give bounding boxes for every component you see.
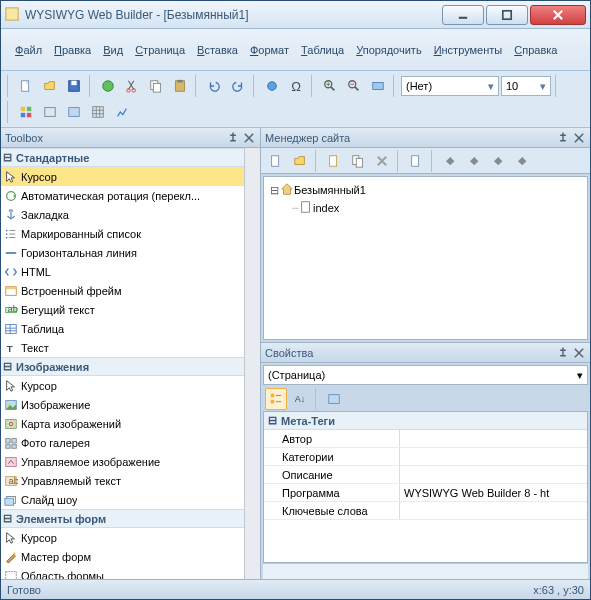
alphabetical-button[interactable]: A↓ (289, 388, 311, 410)
tool-4[interactable] (87, 101, 109, 123)
page-props-button[interactable] (323, 388, 345, 410)
prop-group[interactable]: ⊟Мета-Теги (264, 412, 587, 430)
prev-button[interactable]: ◆ (439, 150, 461, 172)
site-root-node[interactable]: ⊟ Безымянный1 (268, 181, 583, 199)
text-icon: T (3, 340, 19, 356)
page-button[interactable] (97, 75, 119, 97)
menu-упорядочить[interactable]: Упорядочить (350, 41, 427, 59)
property-row[interactable]: Автор (264, 430, 587, 448)
toolbox-item[interactable]: Курсор (1, 167, 244, 186)
copy-button[interactable] (145, 75, 167, 97)
toolbox-item[interactable]: Управляемое изображение (1, 452, 244, 471)
close-icon[interactable] (572, 131, 586, 145)
properties-header: Свойства (261, 343, 590, 363)
svg-rect-22 (21, 107, 25, 111)
toolbox-item[interactable]: Горизонтальная линия (1, 243, 244, 262)
minimize-button[interactable] (442, 5, 484, 25)
toolbox-item[interactable]: Слайд шоу (1, 490, 244, 509)
menu-файл[interactable]: Файл (9, 41, 48, 59)
toolbox-group[interactable]: ⊟Изображения (1, 357, 244, 376)
toolbox-item[interactable]: Изображение (1, 395, 244, 414)
style-combo[interactable]: (Нет)▾ (401, 76, 499, 96)
undo-button[interactable] (203, 75, 225, 97)
toolbox-item[interactable]: Автоматическая ротация (перекл... (1, 186, 244, 205)
toolbox-item[interactable]: abБегущий текст (1, 300, 244, 319)
toolbox-item[interactable]: Маркированный список (1, 224, 244, 243)
new-button[interactable] (15, 75, 37, 97)
save-button[interactable] (63, 75, 85, 97)
cut-button[interactable] (121, 75, 143, 97)
folder-button[interactable] (289, 150, 311, 172)
toolbox-item[interactable]: HTML (1, 262, 244, 281)
props-button[interactable] (405, 150, 427, 172)
prop-value[interactable] (400, 502, 587, 519)
svg-line-15 (331, 87, 335, 91)
link-button[interactable] (261, 75, 283, 97)
menu-вставка[interactable]: Вставка (191, 41, 244, 59)
maximize-button[interactable] (486, 5, 528, 25)
menu-таблица[interactable]: Таблица (295, 41, 350, 59)
menu-правка[interactable]: Правка (48, 41, 97, 59)
zoom-out-button[interactable] (343, 75, 365, 97)
toolbox-item[interactable]: Курсор (1, 528, 244, 547)
open-button[interactable] (39, 75, 61, 97)
copy-page-button[interactable] (347, 150, 369, 172)
site-child-node[interactable]: ┈ index (268, 199, 583, 217)
toolbox-group[interactable]: ⊟Стандартные (1, 148, 244, 167)
menu-формат[interactable]: Формат (244, 41, 295, 59)
scrollbar[interactable] (244, 148, 260, 579)
close-icon[interactable] (242, 131, 256, 145)
menu-инструменты[interactable]: Инструменты (428, 41, 509, 59)
toolbox-tree[interactable]: ⊟СтандартныеКурсорАвтоматическая ротация… (1, 148, 244, 579)
menu-вид[interactable]: Вид (97, 41, 129, 59)
formarea-icon (3, 568, 19, 580)
preview-button[interactable] (367, 75, 389, 97)
menu-справка[interactable]: Справка (508, 41, 563, 59)
redo-button[interactable] (227, 75, 249, 97)
window-title: WYSIWYG Web Builder - [Безымянный1] (25, 8, 249, 22)
down-button[interactable]: ◆ (487, 150, 509, 172)
toolbox-item[interactable]: Встроенный фрейм (1, 281, 244, 300)
tool-2[interactable] (39, 101, 61, 123)
size-combo[interactable]: 10▾ (501, 76, 551, 96)
scope-combo[interactable]: (Страница)▾ (263, 365, 588, 385)
zoom-in-button[interactable] (319, 75, 341, 97)
toolbox-item[interactable]: Таблица (1, 319, 244, 338)
tool-3[interactable] (63, 101, 85, 123)
symbol-button[interactable]: Ω (285, 75, 307, 97)
close-icon[interactable] (572, 346, 586, 360)
pin-icon[interactable] (556, 131, 570, 145)
pin-icon[interactable] (556, 346, 570, 360)
property-row[interactable]: Категории (264, 448, 587, 466)
toolbox-item[interactable]: Закладка (1, 205, 244, 224)
toolbox-item[interactable]: Мастер форм (1, 547, 244, 566)
up-button[interactable]: ◆ (463, 150, 485, 172)
toolbox-item[interactable]: TТекст (1, 338, 244, 357)
prop-value[interactable] (400, 466, 587, 483)
menu-страница[interactable]: Страница (129, 41, 191, 59)
paste-button[interactable] (169, 75, 191, 97)
new-page-button[interactable] (265, 150, 287, 172)
site-tree[interactable]: ⊟ Безымянный1 ┈ index (263, 176, 588, 340)
tool-5[interactable] (111, 101, 133, 123)
properties-grid[interactable]: ⊟Мета-Теги АвторКатегорииОписаниеПрограм… (263, 411, 588, 563)
property-row[interactable]: Описание (264, 466, 587, 484)
toolbox-item[interactable]: Курсор (1, 376, 244, 395)
next-button[interactable]: ◆ (511, 150, 533, 172)
tool-1[interactable] (15, 101, 37, 123)
delete-button[interactable] (371, 150, 393, 172)
toolbox-item[interactable]: Фото галерея (1, 433, 244, 452)
close-button[interactable] (530, 5, 586, 25)
edit-button[interactable] (323, 150, 345, 172)
prop-value[interactable]: WYSIWYG Web Builder 8 - ht (400, 484, 587, 501)
toolbox-item[interactable]: Область формы (1, 566, 244, 579)
toolbox-group[interactable]: ⊟Элементы форм (1, 509, 244, 528)
categorized-button[interactable] (265, 388, 287, 410)
toolbox-item[interactable]: Карта изображений (1, 414, 244, 433)
prop-value[interactable] (400, 430, 587, 447)
property-row[interactable]: ПрограммаWYSIWYG Web Builder 8 - ht (264, 484, 587, 502)
pin-icon[interactable] (226, 131, 240, 145)
toolbox-item[interactable]: abУправляемый текст (1, 471, 244, 490)
property-row[interactable]: Ключевые слова (264, 502, 587, 520)
prop-value[interactable] (400, 448, 587, 465)
